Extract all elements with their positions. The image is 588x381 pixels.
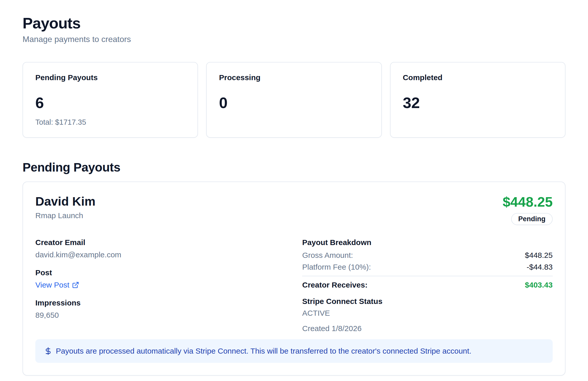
payout-right-column: Payout Breakdown Gross Amount: $448.25 P… — [302, 237, 553, 334]
creator-receives-label: Creator Receives: — [302, 280, 368, 290]
stat-card-processing: Processing 0 — [206, 62, 382, 138]
payout-card-header: David Kim Rmap Launch $448.25 Pending — [35, 194, 553, 225]
external-link-icon — [72, 281, 79, 289]
payout-card: David Kim Rmap Launch $448.25 Pending Cr… — [23, 182, 565, 376]
breakdown-row-fee: Platform Fee (10%): -$44.83 — [302, 262, 553, 272]
post-label: Post — [35, 268, 286, 278]
platform-fee-value: -$44.83 — [527, 262, 553, 272]
page-title: Payouts — [23, 14, 565, 32]
impressions-field: Impressions 89,650 — [35, 298, 286, 320]
creator-email-label: Creator Email — [35, 237, 286, 248]
impressions-value: 89,650 — [35, 310, 286, 320]
view-post-link-text: View Post — [35, 280, 69, 290]
amount-block: $448.25 Pending — [503, 194, 553, 225]
pending-payouts-heading: Pending Payouts — [23, 160, 565, 174]
payout-left-column: Creator Email david.kim@example.com Post… — [35, 237, 286, 334]
stat-card-completed: Completed 32 — [390, 62, 565, 138]
gross-amount-label: Gross Amount: — [302, 250, 353, 260]
stripe-status-block: Stripe Connect Status ACTIVE — [302, 296, 553, 318]
post-field: Post View Post — [35, 268, 286, 290]
breakdown-heading: Payout Breakdown — [302, 237, 553, 248]
creator-receives-value: $403.43 — [525, 280, 553, 290]
created-date: Created 1/8/2026 — [302, 323, 553, 334]
creator-email-value: david.kim@example.com — [35, 250, 286, 260]
stripe-note-text: Payouts are processed automatically via … — [56, 346, 471, 356]
stat-value: 6 — [35, 95, 185, 111]
stripe-status-value: ACTIVE — [302, 308, 553, 318]
creator-email-field: Creator Email david.kim@example.com — [35, 237, 286, 260]
creator-name: David Kim — [35, 194, 96, 208]
breakdown-divider — [302, 276, 553, 276]
stat-label: Processing — [219, 73, 369, 82]
gross-amount-value: $448.25 — [525, 250, 553, 260]
stats-row: Pending Payouts 6 Total: $1717.35 Proces… — [23, 62, 565, 138]
view-post-link[interactable]: View Post — [35, 280, 79, 290]
payout-details-grid: Creator Email david.kim@example.com Post… — [35, 237, 553, 334]
status-badge: Pending — [511, 213, 553, 225]
payout-amount: $448.25 — [503, 194, 553, 209]
creator-info: David Kim Rmap Launch — [35, 194, 96, 221]
breakdown-total-row: Creator Receives: $403.43 — [302, 280, 553, 290]
campaign-name: Rmap Launch — [35, 210, 96, 221]
stat-subtext: Total: $1717.35 — [35, 117, 185, 127]
impressions-label: Impressions — [35, 298, 286, 308]
stat-value: 32 — [403, 95, 553, 111]
dollar-sign-icon — [44, 347, 52, 355]
platform-fee-label: Platform Fee (10%): — [302, 262, 371, 272]
page-subtitle: Manage payments to creators — [23, 35, 565, 44]
breakdown-row-gross: Gross Amount: $448.25 — [302, 250, 553, 260]
payouts-page: Payouts Manage payments to creators Pend… — [0, 0, 588, 376]
stripe-note-box: Payouts are processed automatically via … — [35, 339, 553, 363]
stat-label: Completed — [403, 73, 553, 82]
stat-card-pending: Pending Payouts 6 Total: $1717.35 — [23, 62, 198, 138]
stat-label: Pending Payouts — [35, 73, 185, 82]
stripe-status-label: Stripe Connect Status — [302, 296, 553, 306]
stat-value: 0 — [219, 95, 369, 111]
